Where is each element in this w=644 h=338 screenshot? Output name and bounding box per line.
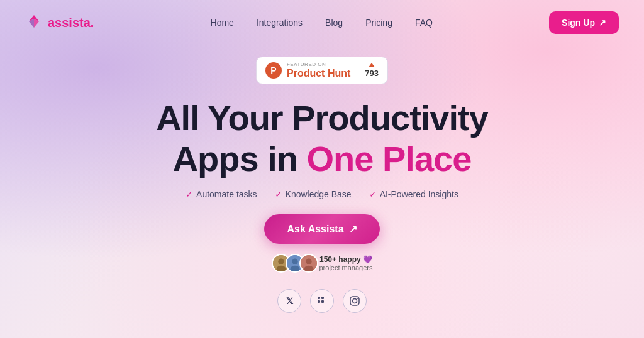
svg-rect-12 <box>321 300 324 303</box>
slack-icon[interactable] <box>310 289 334 313</box>
svg-point-14 <box>353 299 357 303</box>
logo[interactable]: assista. <box>25 14 94 31</box>
logo-text: assista. <box>48 16 94 30</box>
check-icon-3: ✓ <box>369 189 377 199</box>
nav-home[interactable]: Home <box>211 18 234 28</box>
signup-arrow-icon: ↗ <box>599 18 606 28</box>
nav-faq[interactable]: FAQ <box>415 18 433 28</box>
check-icon-1: ✓ <box>186 189 193 199</box>
nav-integrations[interactable]: Integrations <box>257 18 303 28</box>
feature-1: ✓ Automate tasks <box>186 189 257 199</box>
nav-pricing[interactable]: Pricing <box>365 18 392 28</box>
social-proof: 150+ happy 💜 project managers <box>272 254 373 273</box>
ph-featured-label: FEATURED ON <box>287 62 326 68</box>
cta-arrow-icon: ↗ <box>349 223 357 235</box>
navbar: assista. Home Integrations Blog Pricing … <box>0 0 644 45</box>
svg-point-15 <box>357 298 358 299</box>
feature-3: ✓ AI-Powered Insights <box>369 189 458 199</box>
ph-name: Product Hunt <box>287 68 350 79</box>
twitter-x-icon[interactable]: 𝕏 <box>277 289 301 313</box>
ph-vote-count: 793 <box>365 68 379 78</box>
social-icons-row: 𝕏 <box>277 289 367 313</box>
ph-upvote-icon <box>369 63 375 67</box>
svg-rect-9 <box>318 297 320 299</box>
social-proof-text: 150+ happy 💜 project managers <box>319 255 373 271</box>
headline-line1: All Your Productivity <box>156 98 488 138</box>
avatar-group <box>272 254 313 273</box>
product-hunt-badge[interactable]: P FEATURED ON Product Hunt 793 <box>256 57 388 84</box>
signup-button[interactable]: Sign Up ↗ <box>549 11 619 34</box>
nav-blog[interactable]: Blog <box>325 18 343 28</box>
product-hunt-text: FEATURED ON Product Hunt <box>287 62 350 79</box>
headline-highlight: One Place <box>307 139 472 178</box>
svg-rect-13 <box>350 297 359 305</box>
nav-links: Home Integrations Blog Pricing FAQ <box>211 17 433 28</box>
feature-2: ✓ Knowledge Base <box>275 189 352 199</box>
features-list: ✓ Automate tasks ✓ Knowledge Base ✓ AI-P… <box>186 189 458 199</box>
svg-point-4 <box>292 259 297 264</box>
instagram-icon[interactable] <box>343 289 367 313</box>
svg-point-1 <box>278 259 284 264</box>
ph-votes-block: 793 <box>358 63 379 78</box>
ask-assista-button[interactable]: Ask Assista ↗ <box>264 214 379 244</box>
main-content: P FEATURED ON Product Hunt 793 All Your … <box>0 45 644 313</box>
headline-line2-plain: Apps in <box>173 139 307 178</box>
svg-rect-11 <box>321 297 324 299</box>
headline: All Your Productivity Apps in One Place <box>156 98 488 179</box>
svg-rect-10 <box>318 300 320 303</box>
avatar-3 <box>299 254 318 273</box>
product-hunt-icon: P <box>265 62 282 79</box>
cta-label: Ask Assista <box>287 224 343 235</box>
check-icon-2: ✓ <box>275 189 282 199</box>
svg-point-7 <box>306 259 311 264</box>
logo-icon <box>25 14 43 31</box>
